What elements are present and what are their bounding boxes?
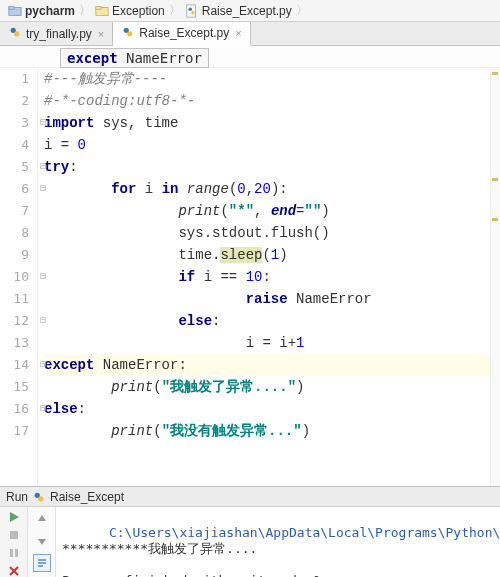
run-panel: Run Raise_Except C:\Users\xiajiashan\App… <box>0 486 500 577</box>
run-toolbar-primary <box>0 507 28 577</box>
close-icon[interactable]: × <box>98 28 104 40</box>
fold-icon[interactable]: ⊟ <box>40 354 46 376</box>
svg-point-8 <box>14 31 19 36</box>
output-line: ***********我触发了异常.... <box>62 541 257 556</box>
breadcrumb: pycharm 〉 Exception 〉 Raise_Except.py 〉 <box>0 0 500 22</box>
folder-icon <box>8 4 22 18</box>
close-icon[interactable]: × <box>235 27 241 39</box>
pause-button[interactable] <box>5 546 23 560</box>
fold-icon[interactable]: ⊟ <box>40 266 46 288</box>
svg-marker-13 <box>10 512 19 522</box>
code-line[interactable]: ⊟ for i in range(0,20): <box>44 178 500 200</box>
code-line[interactable]: ⊟try: <box>44 156 500 178</box>
stop-button[interactable] <box>5 528 23 542</box>
code-line[interactable]: ⊟else: <box>44 398 500 420</box>
code-line[interactable]: #---触发异常---- <box>44 68 500 90</box>
fold-icon[interactable]: ⊟ <box>40 112 46 134</box>
chevron-right-icon: 〉 <box>169 2 181 19</box>
code-line[interactable]: i = i+1 <box>44 332 500 354</box>
code-line[interactable] <box>44 442 500 464</box>
svg-rect-15 <box>10 549 13 557</box>
svg-point-12 <box>38 496 43 501</box>
chevron-right-icon: 〉 <box>79 2 91 19</box>
soft-wrap-button[interactable] <box>33 554 51 572</box>
svg-rect-14 <box>10 531 18 539</box>
python-file-icon <box>8 25 22 42</box>
editor-tabs: try_finally.py × Raise_Except.py × <box>0 22 500 46</box>
svg-point-10 <box>127 31 132 36</box>
fold-icon[interactable]: ⊟ <box>40 156 46 178</box>
fold-icon[interactable]: ⊟ <box>40 310 46 332</box>
line-number-gutter: 1234567891011121314151617 <box>0 68 38 486</box>
output-path[interactable]: C:\Users\xiajiashan\AppData\Local\Progra… <box>109 525 500 540</box>
fold-icon[interactable]: ⊟ <box>40 178 46 200</box>
warning-marker[interactable] <box>492 218 498 221</box>
code-editor[interactable]: 1234567891011121314151617 #---触发异常----#-… <box>0 68 500 486</box>
code-line[interactable]: time.sleep(1) <box>44 244 500 266</box>
code-line[interactable]: print("我没有触发异常...") <box>44 420 500 442</box>
run-toolbar-secondary <box>28 507 56 577</box>
code-line[interactable]: ⊟ else: <box>44 310 500 332</box>
tab-try-finally[interactable]: try_finally.py × <box>0 22 113 45</box>
code-area[interactable]: #---触发异常----#-*-coding:utf8-*-⊟import sy… <box>38 68 500 486</box>
output-exit: Process finished with exit code 0 <box>62 573 320 577</box>
parameter-hint: except except NameErrorNameError <box>0 46 500 68</box>
warning-marker[interactable] <box>492 72 498 75</box>
run-header[interactable]: Run Raise_Except <box>0 487 500 507</box>
exit-button[interactable] <box>5 564 23 577</box>
svg-rect-4 <box>186 4 195 16</box>
fold-icon[interactable]: ⊟ <box>40 398 46 420</box>
code-line[interactable]: #-*-coding:utf8-*- <box>44 90 500 112</box>
svg-point-6 <box>191 11 195 15</box>
folder-icon <box>95 4 109 18</box>
svg-rect-3 <box>96 6 101 9</box>
python-file-icon <box>121 25 135 42</box>
code-line[interactable]: i = 0 <box>44 134 500 156</box>
svg-point-5 <box>188 7 192 11</box>
hint-box: except except NameErrorNameError <box>60 48 209 68</box>
warning-marker[interactable] <box>492 178 498 181</box>
code-line[interactable]: print("我触发了异常....") <box>44 376 500 398</box>
breadcrumb-file[interactable]: Raise_Except.py <box>183 4 294 18</box>
code-line[interactable]: ⊟ if i == 10: <box>44 266 500 288</box>
code-line[interactable]: ⊟except NameError: <box>44 354 500 376</box>
run-config-name: Raise_Except <box>50 490 124 504</box>
code-line[interactable]: ⊟import sys, time <box>44 112 500 134</box>
python-file-icon <box>32 490 46 504</box>
error-stripe[interactable] <box>490 68 500 486</box>
run-title-prefix: Run <box>6 490 28 504</box>
rerun-button[interactable] <box>5 510 23 524</box>
tab-raise-except[interactable]: Raise_Except.py × <box>113 22 250 46</box>
code-line[interactable]: print("*", end="") <box>44 200 500 222</box>
code-line[interactable]: raise NameError <box>44 288 500 310</box>
code-line[interactable]: sys.stdout.flush() <box>44 222 500 244</box>
svg-rect-16 <box>15 549 18 557</box>
up-button[interactable] <box>33 510 51 528</box>
python-file-icon <box>185 4 199 18</box>
console-output[interactable]: C:\Users\xiajiashan\AppData\Local\Progra… <box>56 507 500 577</box>
chevron-right-icon: 〉 <box>296 2 308 19</box>
svg-marker-18 <box>38 539 46 545</box>
svg-marker-17 <box>38 515 46 521</box>
breadcrumb-folder[interactable]: Exception <box>93 4 167 18</box>
svg-rect-1 <box>9 6 14 9</box>
breadcrumb-project[interactable]: pycharm <box>6 4 77 18</box>
down-button[interactable] <box>33 532 51 550</box>
